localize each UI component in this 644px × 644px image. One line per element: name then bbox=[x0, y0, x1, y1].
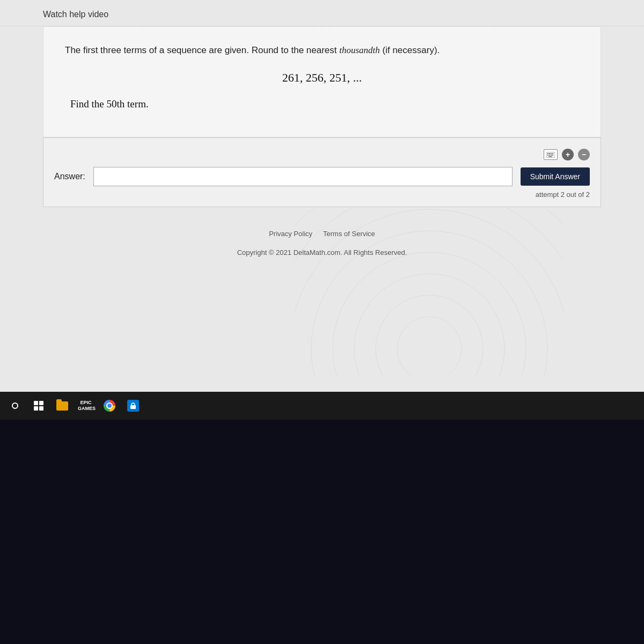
svg-rect-13 bbox=[551, 153, 552, 154]
answer-input[interactable] bbox=[93, 167, 513, 186]
answer-row: Answer: Submit Answer bbox=[54, 167, 590, 186]
svg-rect-17 bbox=[551, 155, 552, 156]
taskbar-widgets-button[interactable] bbox=[28, 395, 49, 416]
problem-description: The first three terms of a sequence are … bbox=[65, 43, 579, 57]
answer-label: Answer: bbox=[54, 172, 85, 181]
svg-rect-15 bbox=[547, 155, 548, 156]
zoom-out-button[interactable]: − bbox=[578, 149, 590, 160]
privacy-policy-link[interactable]: Privacy Policy bbox=[269, 230, 312, 238]
epic-games-icon: EPICGAMES bbox=[78, 400, 94, 412]
svg-rect-20 bbox=[130, 405, 136, 409]
svg-rect-18 bbox=[552, 155, 553, 156]
chrome-icon bbox=[104, 400, 115, 412]
main-content: Watch help video The first three terms o… bbox=[0, 0, 644, 392]
watch-help-link[interactable]: Watch help video bbox=[43, 10, 108, 19]
zoom-in-button[interactable]: + bbox=[562, 149, 574, 160]
svg-point-0 bbox=[397, 317, 462, 376]
dark-bottom-section bbox=[0, 420, 644, 644]
taskbar-epic-games-button[interactable]: EPICGAMES bbox=[75, 395, 97, 416]
store-icon bbox=[127, 400, 139, 412]
content-wrapper: Watch help video The first three terms o… bbox=[0, 0, 644, 257]
answer-section: + − Answer: Submit Answer attempt 2 out … bbox=[43, 137, 601, 207]
sequence-display: 261, 256, 251, ... bbox=[65, 71, 579, 85]
submit-answer-button[interactable]: Submit Answer bbox=[521, 167, 590, 186]
widgets-icon bbox=[34, 401, 43, 411]
folder-icon bbox=[56, 401, 68, 411]
svg-rect-16 bbox=[549, 155, 550, 156]
svg-rect-11 bbox=[547, 153, 548, 154]
footer-copyright: Copyright © 2021 DeltaMath.com. All Righ… bbox=[0, 248, 644, 257]
taskbar-chrome-button[interactable] bbox=[99, 395, 120, 416]
search-icon bbox=[12, 402, 18, 409]
footer-links: Privacy Policy Terms of Service bbox=[0, 229, 644, 246]
terms-of-service-link[interactable]: Terms of Service bbox=[323, 230, 375, 238]
taskbar-file-explorer-button[interactable] bbox=[52, 395, 73, 416]
svg-point-3 bbox=[333, 252, 526, 376]
keyboard-icon[interactable] bbox=[544, 149, 558, 160]
watch-help-section: Watch help video bbox=[0, 0, 644, 26]
taskbar-store-button[interactable] bbox=[122, 395, 144, 416]
taskbar: EPICGAMES bbox=[0, 392, 644, 420]
thousandth-italic: thousandth bbox=[339, 45, 380, 55]
attempt-count: attempt 2 out of 2 bbox=[54, 191, 590, 199]
svg-rect-12 bbox=[549, 153, 550, 154]
toolbar-row: + − bbox=[54, 149, 590, 160]
find-term: Find the 50th term. bbox=[65, 98, 579, 110]
svg-rect-14 bbox=[552, 153, 553, 154]
svg-point-1 bbox=[376, 295, 483, 376]
svg-point-2 bbox=[354, 274, 504, 376]
svg-rect-19 bbox=[548, 156, 552, 157]
problem-area: The first three terms of a sequence are … bbox=[43, 26, 601, 137]
taskbar-search-button[interactable] bbox=[4, 395, 26, 416]
